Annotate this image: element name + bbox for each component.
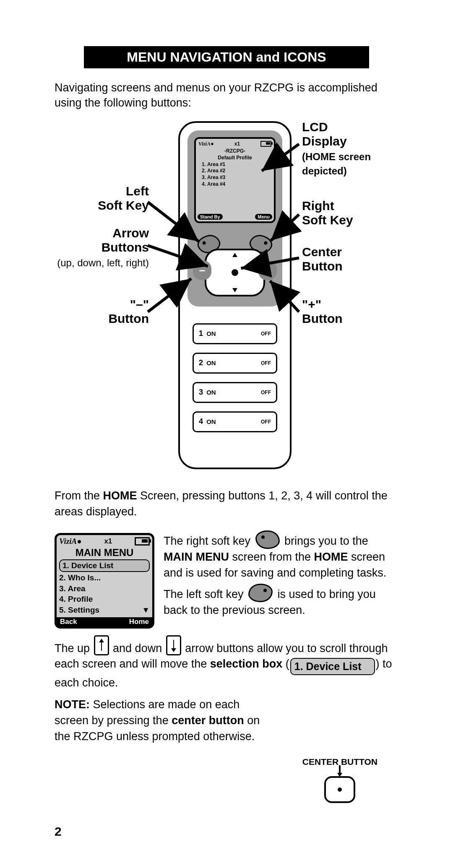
lcd-subtitle: -RZCPG- (198, 148, 271, 154)
label-left-soft-key: LeftSoft Key (55, 184, 149, 213)
center-button-diagram: CENTER BUTTON (302, 757, 378, 803)
lcd-display: ViziA● x1 -RZCPG- Default Profile 1. Are… (194, 137, 276, 223)
button-row-3[interactable]: 3 ON OFF (193, 382, 277, 403)
minus-button[interactable]: – (194, 264, 211, 277)
mini-softlabel-home: Home (129, 618, 149, 626)
button-row-2[interactable]: 2 ON OFF (193, 353, 277, 374)
mini-softlabel-back: Back (60, 618, 77, 626)
note-text: NOTE: Selections are made on each screen… (55, 697, 273, 744)
chevron-down-icon: ▼ (142, 605, 150, 616)
mini-brand: ViziA● (59, 537, 82, 546)
main-menu-screenshot: ViziA● x1 MAIN MENU 1. Device List 2. Wh… (55, 533, 154, 628)
center-button-icon (324, 776, 355, 803)
button-row-1[interactable]: 1 ON OFF (193, 323, 277, 344)
arrow-down-icon (232, 288, 237, 292)
left-soft-key-icon (248, 584, 273, 602)
center-button[interactable] (232, 269, 238, 276)
right-soft-key-icon (255, 530, 280, 549)
label-plus-button: "+"Button (302, 297, 343, 326)
lcd-brand: ViziA● (198, 140, 214, 147)
section-title: MENU NAVIGATION and ICONS (84, 46, 369, 68)
lcd-profile: Default Profile (198, 155, 271, 161)
plus-button[interactable]: + (259, 264, 276, 277)
mini-item-selected: 1. Device List (59, 559, 150, 572)
arrow-down-icon (336, 765, 343, 777)
arrow-up-icon (232, 253, 237, 257)
lcd-mult: x1 (234, 141, 240, 147)
dpad[interactable]: – + (205, 249, 265, 296)
lcd-area-list: 1. Area #1 2. Area #2 3. Area #3 4. Area… (202, 161, 271, 187)
label-lcd-display: LCDDisplay (HOME screen depicted) (302, 120, 398, 178)
label-center-button: CenterButton (302, 245, 343, 274)
intro-text: Navigating screens and menus on your RZC… (55, 80, 398, 111)
arrow-up-icon (94, 635, 109, 655)
remote-body: ViziA● x1 -RZCPG- Default Profile 1. Are… (178, 121, 292, 469)
home-buttons-text: From the HOME Screen, pressing buttons 1… (55, 488, 398, 520)
mini-menu-list: 1. Device List 2. Who Is... 3. Area 4. P… (59, 559, 150, 615)
selection-box-example: 1. Device List (290, 658, 375, 675)
mini-title: MAIN MENU (59, 547, 150, 559)
battery-icon (260, 141, 271, 147)
button-row-4[interactable]: 4 ON OFF (193, 411, 277, 432)
label-arrow-buttons: ArrowButtons (up, down, left, right) (55, 226, 149, 270)
lcd-softlabel-left: Stand By (198, 214, 223, 220)
arrow-buttons-text: The up and down arrow buttons allow you … (55, 635, 398, 691)
label-right-soft-key: RightSoft Key (302, 199, 353, 228)
arrow-down-icon (166, 635, 181, 655)
label-minus-button: "–"Button (55, 297, 149, 326)
battery-icon (135, 537, 150, 546)
remote-diagram: LeftSoft Key ArrowButtons (up, down, lef… (55, 119, 398, 480)
lcd-softlabel-right: Menu (255, 214, 272, 220)
page-number: 2 (55, 824, 62, 839)
mini-mult: x1 (104, 537, 112, 546)
